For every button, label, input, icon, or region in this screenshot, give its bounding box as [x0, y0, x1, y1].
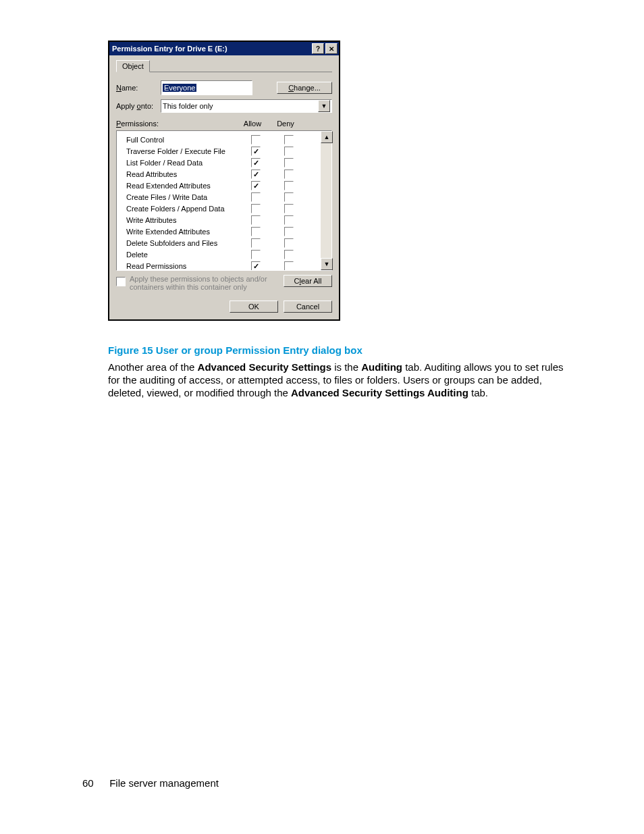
permission-name: Read Permissions: [117, 262, 240, 270]
ok-button[interactable]: OK: [230, 301, 278, 313]
change-button[interactable]: Change...: [277, 82, 332, 94]
allow-checkbox[interactable]: [251, 204, 261, 213]
permission-name: Traverse Folder / Execute File: [117, 147, 240, 155]
permission-name: Write Attributes: [117, 216, 240, 224]
allow-checkbox[interactable]: [251, 135, 261, 145]
permission-row: Traverse Folder / Execute File✓: [117, 145, 321, 157]
deny-checkbox[interactable]: [284, 261, 294, 271]
permission-name: Create Files / Write Data: [117, 193, 240, 201]
figure-caption: Figure 15 User or group Permission Entry…: [108, 344, 363, 356]
column-allow: Allow: [236, 120, 269, 128]
para-b1: Advanced Security Settings: [198, 361, 331, 373]
para-t4: tab.: [468, 387, 488, 398]
body-paragraph: Another area of the Advanced Security Se…: [108, 361, 572, 399]
permission-entry-dialog: Permission Entry for Drive E (E:) ? ✕ Ob…: [108, 41, 340, 321]
permission-row: List Folder / Read Data✓: [117, 157, 321, 168]
permission-row: Create Folders / Append Data: [117, 203, 321, 214]
permission-row: Read Permissions✓: [117, 260, 321, 270]
scrollbar[interactable]: ▲ ▼: [321, 131, 331, 270]
close-button[interactable]: ✕: [325, 43, 338, 54]
permission-name: Full Control: [117, 136, 240, 144]
scroll-up-button[interactable]: ▲: [321, 131, 333, 143]
permissions-list: Full ControlTraverse Folder / Execute Fi…: [116, 130, 332, 271]
allow-checkbox[interactable]: ✓: [251, 181, 261, 190]
permission-name: Write Extended Attributes: [117, 228, 240, 236]
permission-row: Delete Subfolders and Files: [117, 237, 321, 249]
para-t1: Another area of the: [108, 361, 198, 373]
name-field[interactable]: Everyone: [161, 80, 252, 95]
deny-checkbox[interactable]: [284, 204, 294, 213]
page-number: 60: [82, 777, 107, 789]
permission-name: Create Folders / Append Data: [117, 205, 240, 213]
scroll-down-button[interactable]: ▼: [321, 258, 333, 270]
allow-checkbox[interactable]: ✓: [251, 170, 261, 179]
apply-to-descendants-checkbox[interactable]: [116, 277, 126, 286]
permission-row: Full Control: [117, 134, 321, 145]
dropdown-button[interactable]: ▼: [318, 100, 330, 112]
deny-checkbox[interactable]: [284, 192, 294, 202]
deny-checkbox[interactable]: [284, 147, 294, 156]
chevron-up-icon: ▲: [324, 134, 330, 140]
deny-checkbox[interactable]: [284, 250, 294, 259]
permissions-label: Permissions:: [116, 120, 159, 128]
tab-object[interactable]: Object: [116, 60, 150, 72]
apply-onto-value: This folder only: [163, 102, 318, 110]
title-bar: Permission Entry for Drive E (E:) ? ✕: [109, 42, 339, 55]
permission-row: Read Extended Attributes✓: [117, 180, 321, 191]
deny-checkbox[interactable]: [284, 181, 294, 190]
apply-onto-label: Apply onto:: [116, 102, 161, 110]
allow-checkbox[interactable]: [251, 238, 261, 248]
cancel-button[interactable]: Cancel: [284, 301, 332, 313]
allow-checkbox[interactable]: [251, 250, 261, 259]
para-t2: is the: [331, 361, 361, 373]
close-icon: ✕: [329, 45, 334, 53]
chevron-down-icon: ▼: [324, 261, 330, 267]
para-b3: Advanced Security Settings Auditing: [291, 387, 468, 398]
deny-checkbox[interactable]: [284, 238, 294, 248]
name-value: Everyone: [163, 84, 196, 92]
permission-name: Delete Subfolders and Files: [117, 239, 240, 247]
permission-name: Read Attributes: [117, 170, 240, 178]
permission-row: Write Extended Attributes: [117, 226, 321, 237]
help-button[interactable]: ?: [312, 43, 324, 54]
deny-checkbox[interactable]: [284, 227, 294, 236]
allow-checkbox[interactable]: ✓: [251, 158, 261, 167]
allow-checkbox[interactable]: ✓: [251, 147, 261, 156]
permission-name: List Folder / Read Data: [117, 159, 240, 167]
column-deny: Deny: [269, 120, 302, 128]
apply-onto-select[interactable]: This folder only ▼: [161, 99, 332, 113]
permission-row: Write Attributes: [117, 214, 321, 226]
allow-checkbox[interactable]: [251, 192, 261, 202]
deny-checkbox[interactable]: [284, 135, 294, 145]
deny-checkbox[interactable]: [284, 158, 294, 167]
para-b2: Auditing: [361, 361, 402, 373]
deny-checkbox[interactable]: [284, 215, 294, 225]
clear-all-button[interactable]: Clear All: [284, 275, 332, 287]
permission-name: Read Extended Attributes: [117, 182, 240, 190]
permission-row: Read Attributes✓: [117, 168, 321, 180]
deny-checkbox[interactable]: [284, 170, 294, 179]
permission-row: Create Files / Write Data: [117, 191, 321, 203]
chevron-down-icon: ▼: [321, 103, 327, 109]
allow-checkbox[interactable]: [251, 215, 261, 225]
dialog-title: Permission Entry for Drive E (E:): [112, 45, 311, 53]
permission-row: Delete: [117, 249, 321, 260]
allow-checkbox[interactable]: ✓: [251, 261, 261, 271]
section-title: File server management: [109, 777, 219, 789]
name-label: Name:: [116, 84, 161, 92]
permission-name: Delete: [117, 251, 240, 259]
allow-checkbox[interactable]: [251, 227, 261, 236]
apply-to-descendants-label: Apply these permissions to objects and/o…: [130, 275, 284, 291]
page-footer: 60 File server management: [82, 777, 219, 789]
